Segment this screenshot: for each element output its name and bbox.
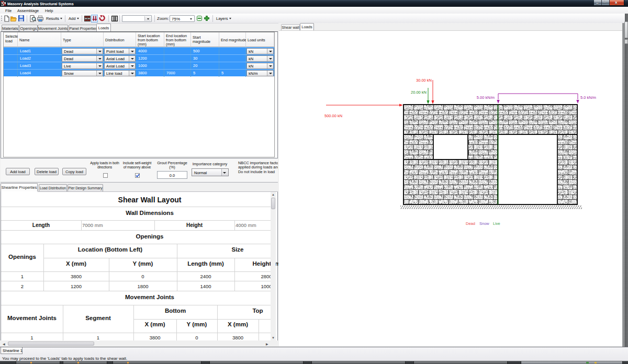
svg-text:500.00 kN: 500.00 kN bbox=[324, 113, 342, 118]
svg-text:5.0 kN/m: 5.0 kN/m bbox=[580, 95, 596, 100]
svg-text:Live: Live bbox=[493, 221, 500, 226]
svg-text:Dead: Dead bbox=[466, 221, 475, 226]
svg-text:30.00 kN: 30.00 kN bbox=[416, 78, 432, 83]
svg-text:Snow: Snow bbox=[479, 221, 489, 226]
svg-text:5.00 kN/m: 5.00 kN/m bbox=[477, 95, 495, 100]
svg-text:20.00 kN: 20.00 kN bbox=[411, 90, 427, 95]
